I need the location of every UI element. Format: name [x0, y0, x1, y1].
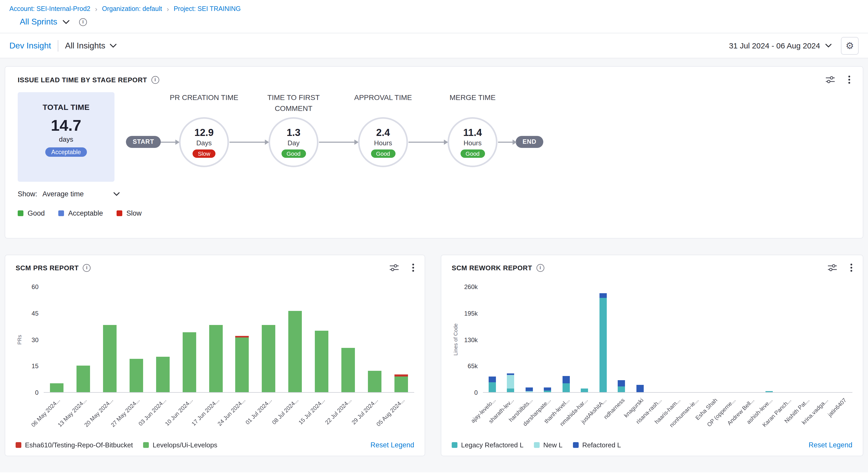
bar-segment[interactable] — [77, 366, 90, 392]
bar-segment[interactable] — [236, 336, 249, 338]
panel-actions — [828, 264, 852, 272]
breadcrumb-separator: › — [95, 5, 97, 12]
bar-segment[interactable] — [236, 337, 249, 392]
kebab-menu-icon[interactable] — [850, 264, 852, 272]
chart-legend-items: Legacy Refactored LNew LRefactored L — [452, 441, 621, 449]
bar[interactable] — [130, 359, 143, 392]
legend-label: Legacy Refactored L — [461, 441, 524, 449]
bar-segment[interactable] — [562, 383, 570, 392]
bar-segment[interactable] — [526, 387, 533, 391]
info-icon[interactable]: i — [536, 264, 544, 272]
breadcrumb-account-link[interactable]: Account: SEI-Internal-Prod2 — [9, 5, 90, 12]
bar-segment[interactable] — [507, 388, 515, 392]
bar-segment[interactable] — [489, 377, 496, 383]
reset-legend-link[interactable]: Reset Legend — [809, 441, 852, 449]
bar[interactable] — [489, 377, 496, 392]
bar-segment[interactable] — [618, 386, 625, 392]
stage-circle[interactable]: 2.4 Hours Good — [358, 117, 408, 167]
bar[interactable] — [77, 366, 90, 392]
bar-segment[interactable] — [637, 385, 644, 392]
bar[interactable] — [315, 330, 328, 392]
legend-item[interactable]: New L — [534, 441, 562, 449]
plot-area — [44, 287, 414, 393]
legend-item[interactable]: Refactored L — [573, 441, 621, 449]
breadcrumb-organization-link[interactable]: Organization: default — [102, 5, 162, 12]
bar-segment[interactable] — [130, 359, 143, 392]
bar[interactable] — [182, 332, 196, 392]
widget-filters-icon[interactable] — [826, 76, 835, 83]
bar[interactable] — [394, 375, 408, 392]
settings-button[interactable]: ⚙ — [841, 37, 859, 54]
bar-segment[interactable] — [262, 325, 276, 392]
bar-segment[interactable] — [599, 294, 607, 298]
bar[interactable] — [581, 388, 588, 392]
info-icon[interactable]: i — [79, 18, 87, 26]
date-range-selector[interactable]: 31 Jul 2024 - 06 Aug 2024 — [729, 41, 820, 50]
insight-name-link[interactable]: Dev Insight — [9, 41, 51, 50]
bar-segment[interactable] — [618, 380, 625, 386]
breadcrumb: Account: SEI-Internal-Prod2 › Organizati… — [9, 5, 859, 12]
legend-item[interactable]: Esha610/Testing-Repo-Of-Bitbucket — [16, 441, 133, 449]
bar-segment[interactable] — [394, 376, 408, 392]
stage-circle[interactable]: 1.3 Day Good — [269, 117, 318, 167]
legend-item[interactable]: Levelops/Ui-Levelops — [143, 441, 218, 449]
bar-segment[interactable] — [526, 391, 533, 392]
bar-segment[interactable] — [182, 332, 196, 392]
bar-segment[interactable] — [288, 311, 302, 392]
bar-segment[interactable] — [315, 330, 328, 392]
sprint-selector[interactable]: All Sprints — [20, 17, 57, 27]
stage-unit: Hours — [464, 139, 482, 147]
bar[interactable] — [368, 371, 381, 392]
bar[interactable] — [156, 357, 169, 392]
info-icon[interactable]: i — [83, 264, 91, 272]
widget-filters-icon[interactable] — [828, 264, 837, 271]
reset-legend-link[interactable]: Reset Legend — [371, 441, 414, 449]
bar-segment[interactable] — [544, 387, 551, 390]
bar[interactable] — [209, 325, 222, 392]
legend-item[interactable]: Legacy Refactored L — [452, 441, 524, 449]
bar-segment[interactable] — [581, 388, 588, 392]
bar-segment[interactable] — [489, 383, 496, 392]
bar-segment[interactable] — [103, 325, 117, 392]
chevron-down-icon[interactable] — [825, 43, 832, 48]
bar-segment[interactable] — [368, 371, 381, 392]
bar[interactable] — [544, 387, 551, 392]
insights-dropdown[interactable]: All Insights — [65, 41, 117, 50]
stage-rating-badge: Good — [460, 149, 485, 157]
gear-icon: ⚙ — [846, 40, 854, 51]
breadcrumb-project-link[interactable]: Project: SEI TRAINING — [174, 5, 241, 12]
bar[interactable] — [262, 325, 276, 392]
bar[interactable] — [526, 387, 533, 392]
bar[interactable] — [103, 325, 117, 392]
bar-segment[interactable] — [156, 357, 169, 392]
stage-rating-badge: Good — [281, 149, 306, 157]
bar-segment[interactable] — [766, 391, 773, 392]
bar-segment[interactable] — [394, 375, 408, 376]
widget-filters-icon[interactable] — [390, 264, 399, 271]
bar-segment[interactable] — [599, 298, 607, 392]
bar[interactable] — [288, 311, 302, 392]
bar[interactable] — [562, 376, 570, 392]
total-rating-badge: Acceptable — [45, 147, 87, 157]
show-dropdown[interactable]: Show: Average time — [18, 190, 120, 198]
stage-circle[interactable]: 11.4 Hours Good — [447, 117, 497, 167]
bar[interactable] — [618, 380, 625, 392]
stage-circle[interactable]: 12.9 Days Slow — [179, 117, 229, 167]
bar[interactable] — [236, 336, 249, 392]
bar[interactable] — [766, 391, 773, 392]
bar[interactable] — [599, 294, 607, 392]
bar-segment[interactable] — [341, 348, 355, 392]
bar[interactable] — [341, 348, 355, 392]
bar-segment[interactable] — [50, 383, 64, 392]
bar[interactable] — [637, 385, 644, 392]
bar-segment[interactable] — [209, 325, 222, 392]
info-icon[interactable]: i — [151, 76, 159, 84]
bar[interactable] — [50, 383, 64, 392]
chevron-down-icon[interactable] — [62, 20, 70, 24]
kebab-menu-icon[interactable] — [848, 76, 850, 84]
kebab-menu-icon[interactable] — [412, 264, 414, 272]
bar-segment[interactable] — [562, 376, 570, 383]
bar-segment[interactable] — [544, 391, 551, 392]
bar-segment[interactable] — [507, 375, 515, 388]
bar[interactable] — [507, 374, 515, 392]
